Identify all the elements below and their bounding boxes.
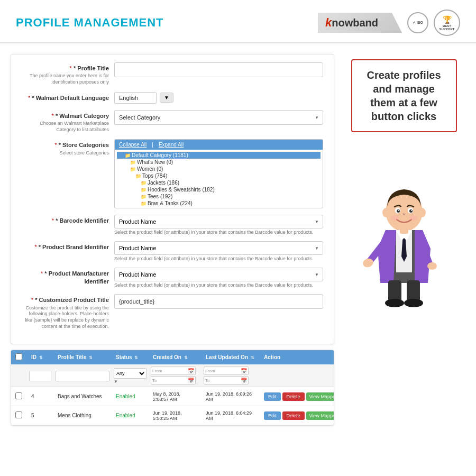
store-categories-subtext: Select store Categories xyxy=(22,150,109,157)
brand-name: nowband xyxy=(332,17,378,29)
custom-title-label: * Customized Product Title xyxy=(35,297,109,303)
manufacturer-row: * * Product Manufacturer Identifier Prod… xyxy=(22,268,323,288)
svg-point-15 xyxy=(390,215,399,221)
brand-helper: Select the product field (or attribute) … xyxy=(114,256,323,261)
edit-button[interactable]: Edit xyxy=(264,411,281,420)
list-item[interactable]: 📁What's New (0) xyxy=(117,159,321,166)
view-mapped-button[interactable]: View Mapped Category xyxy=(306,392,334,401)
left-panel: * * Profile Title The profile name you e… xyxy=(11,54,334,472)
row-profile: Mens Clothing xyxy=(53,410,112,420)
list-item[interactable]: 📁Hoodies & Sweatshirts (182) xyxy=(117,186,321,193)
row-status: Enabled xyxy=(116,413,135,418)
select-all-checkbox[interactable] xyxy=(15,353,22,360)
svg-point-17 xyxy=(382,208,390,217)
table-row: 5 Mens Clothing Enabled Jun 19, 2018, 5:… xyxy=(11,406,334,425)
list-item[interactable]: 📁Tees (192) xyxy=(117,193,321,200)
table-col-checkbox xyxy=(11,350,27,364)
profile-title-subtext: The profile name you enter here is for i… xyxy=(22,73,109,85)
filter-created-to[interactable]: To📅 xyxy=(151,376,196,385)
store-categories-row: * * Store Categories Select store Catego… xyxy=(22,139,323,208)
view-mapped-button[interactable]: View Mapped Category xyxy=(306,411,334,420)
brand-identifier-select[interactable]: Product Name xyxy=(114,241,323,255)
svg-point-14 xyxy=(411,210,412,211)
custom-title-subtext: Customize the product title by using the… xyxy=(22,305,109,330)
walmart-category-label: * Walmart Category xyxy=(56,113,109,119)
tree-body[interactable]: 📁Default Category (1181) 📁What's New (0)… xyxy=(115,150,323,208)
svg-rect-19 xyxy=(400,226,408,234)
edit-button[interactable]: Edit xyxy=(264,392,281,401)
list-item[interactable]: 📁Women (0) xyxy=(117,166,321,172)
row-updated: Jun 19, 2018, 6:04:29 AM xyxy=(202,408,260,423)
walmart-language-dropdown-btn[interactable]: ▼ xyxy=(160,93,173,103)
barcode-row: * * Barcode Identifier Product Name Sele… xyxy=(22,215,323,235)
table-col-created[interactable]: Created On ⇅ xyxy=(149,351,202,363)
filter-profile-input[interactable] xyxy=(56,371,109,381)
row-actions: Edit Delete View Mapped Category xyxy=(260,390,334,403)
expand-all-link[interactable]: Expand All xyxy=(159,142,184,148)
right-panel: Create profiles and manage them at a few… xyxy=(342,54,465,472)
header: PROFILE MANAGEMENT k nowband ✓ ISO 🏆 BES… xyxy=(0,0,476,43)
row-profile: Bags and Watches xyxy=(53,391,112,401)
character-illustration xyxy=(351,143,457,312)
custom-title-row: * * Customized Product Title Customize t… xyxy=(22,294,323,329)
delete-button[interactable]: Delete xyxy=(282,411,305,420)
custom-title-input[interactable] xyxy=(114,294,323,309)
filter-id-input[interactable] xyxy=(29,371,51,381)
brand-identifier-label: * Product Brand Identifier xyxy=(39,244,109,250)
profile-title-row: * * Profile Title The profile name you e… xyxy=(22,62,323,86)
promo-text: Create profiles and manage them at a few… xyxy=(363,68,445,123)
character-svg xyxy=(356,153,452,312)
walmart-category-subtext: Choose an Walmart Marketplace Category t… xyxy=(22,121,109,133)
brand-k-icon: k xyxy=(325,16,332,30)
row-checkbox[interactable] xyxy=(15,411,22,418)
header-logos: k nowband ✓ ISO 🏆 BEST SUPPORT xyxy=(318,10,460,36)
profiles-table: ID ⇅ Profile Title ⇅ Status ⇅ Created On… xyxy=(11,350,334,426)
tree-header: Collapse All | Expand All xyxy=(115,140,323,150)
table-col-action: Action xyxy=(260,351,323,363)
table-filter-row: Any Enabled Disabled ▼ From📅 To📅 xyxy=(11,364,334,387)
table-col-id[interactable]: ID ⇅ xyxy=(27,351,53,363)
walmart-language-row: * * Walmart Default Language English ▼ xyxy=(22,92,323,104)
svg-point-13 xyxy=(398,210,399,211)
promo-box: Create profiles and manage them at a few… xyxy=(351,59,457,132)
row-updated: Jun 19, 2018, 6:09:26 AM xyxy=(202,389,260,404)
table-col-updated[interactable]: Last Updated On ⇅ xyxy=(202,351,260,363)
delete-button[interactable]: Delete xyxy=(282,392,305,401)
row-checkbox[interactable] xyxy=(15,392,22,399)
table-col-status[interactable]: Status ⇅ xyxy=(112,351,149,363)
list-item[interactable]: 📁Bras & Tanks (224) xyxy=(117,200,321,207)
store-categories-tree[interactable]: Collapse All | Expand All 📁Default Categ… xyxy=(114,139,323,208)
filter-updated-to[interactable]: To📅 xyxy=(204,376,249,385)
svg-point-18 xyxy=(418,208,426,217)
walmart-category-select[interactable]: Select Category xyxy=(114,110,323,125)
iso-badge: ✓ ISO xyxy=(407,12,428,33)
brand-identifier-row: * * Product Brand Identifier Product Nam… xyxy=(22,241,323,261)
main-content: * * Profile Title The profile name you e… xyxy=(0,43,476,476)
list-item[interactable]: 📁Default Category (1181) xyxy=(117,152,321,159)
row-created: May 8, 2018, 2:08:57 AM xyxy=(149,389,202,404)
best-support-badge: 🏆 BEST SUPPORT xyxy=(434,10,460,36)
table-col-profile[interactable]: Profile Title ⇅ xyxy=(53,351,112,363)
filter-created-from[interactable]: From📅 xyxy=(151,367,196,375)
collapse-all-link[interactable]: Collapse All xyxy=(119,142,147,148)
list-item[interactable]: 📁Tops (784) xyxy=(117,172,321,179)
filter-status-select[interactable]: Any Enabled Disabled xyxy=(114,368,147,379)
manufacturer-label: * Product Manufacturer Identifier xyxy=(44,270,109,284)
svg-point-12 xyxy=(409,209,413,213)
list-item[interactable]: 📁Bottoms (228) xyxy=(117,207,321,208)
row-id: 5 xyxy=(27,410,53,420)
svg-point-4 xyxy=(385,299,404,307)
list-item[interactable]: 📁Jackets (186) xyxy=(117,179,321,186)
profile-form-card: * * Profile Title The profile name you e… xyxy=(11,54,334,344)
row-created: Jun 19, 2018, 5:50:25 AM xyxy=(149,408,202,423)
barcode-select[interactable]: Product Name xyxy=(114,215,323,228)
filter-updated-from[interactable]: From📅 xyxy=(204,367,249,375)
row-actions: Edit Delete View Mapped Category xyxy=(260,409,334,422)
profile-title-label: * Profile Title xyxy=(74,65,109,71)
manufacturer-helper: Select the product field (or attribute) … xyxy=(114,282,323,288)
row-status: Enabled xyxy=(116,393,135,399)
row-id: 4 xyxy=(27,391,53,401)
profile-title-input[interactable] xyxy=(114,62,323,77)
manufacturer-select[interactable]: Product Name xyxy=(114,268,323,281)
barcode-helper: Select the product field (or attribute) … xyxy=(114,230,323,235)
